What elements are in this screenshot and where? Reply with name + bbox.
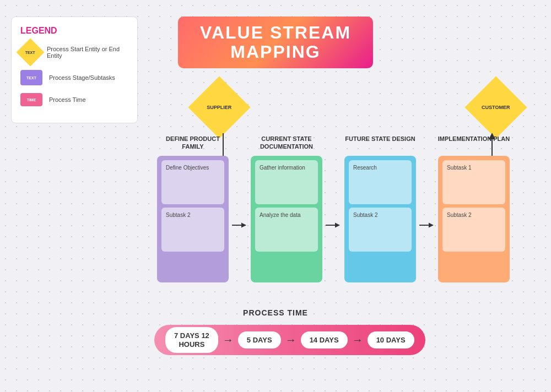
stage-wrapper-4: IMPLEMENTATION PLAN Subtask 1 Subtask 2 — [435, 135, 512, 282]
customer-label: CUSTOMER — [482, 105, 510, 110]
supplier-diamond: SUPPLIER — [188, 76, 250, 138]
stage-header-4: IMPLEMENTATION PLAN — [438, 135, 510, 151]
time-box-1: 7 DAYS 12 HOURS — [165, 327, 218, 353]
time-box-3: 14 DAYS — [301, 331, 348, 349]
canvas: LEGEND TEXT Process Start Entity or End … — [0, 0, 551, 392]
task-card-1-2: Subtask 2 — [161, 208, 224, 252]
arrow-3-4 — [419, 188, 435, 229]
stage-column-2: CURRENT STATE DOCUMENTATION Gather infor… — [248, 135, 325, 282]
task-card-2-2: Analyze the data — [255, 208, 318, 252]
title-text: VALUE STREAMMAPPING — [200, 23, 351, 62]
time-container: 7 DAYS 12 HOURS → 5 DAYS → 14 DAYS → 10 … — [154, 325, 425, 355]
legend-panel: LEGEND TEXT Process Start Entity or End … — [11, 17, 138, 123]
legend-diamond-shape: TEXT — [20, 42, 40, 62]
legend-diamond-text: TEXT — [25, 50, 35, 54]
time-box-4: 10 DAYS — [368, 331, 414, 349]
task-card-2-1: Gather information — [255, 160, 318, 204]
title-banner: VALUE STREAMMAPPING — [178, 17, 373, 68]
legend-item-entity: TEXT Process Start Entity or End Entity — [20, 42, 128, 62]
stage-box-3: Research Subtask 2 — [344, 156, 416, 282]
arrow-1-2 — [231, 188, 248, 229]
legend-rect-pink-label: TIME — [20, 93, 42, 106]
supplier-wrapper: SUPPLIER — [197, 85, 241, 129]
stage-wrapper-1: DEFINE PRODUCT FAMILY Define Objectives … — [154, 135, 248, 282]
time-box-2: 5 DAYS — [238, 331, 281, 349]
process-time-label: PROCESS TIME — [243, 308, 308, 317]
legend-item-time: TIME Process Time — [20, 93, 128, 106]
legend-rect-purple-label: TEXT — [20, 70, 42, 85]
time-arrow-3: → — [352, 334, 363, 346]
legend-rect-purple-shape: TEXT — [20, 70, 42, 85]
stage-header-3: FUTURE STATE DESIGN — [345, 135, 415, 151]
stage-header-2: CURRENT STATE DOCUMENTATION — [248, 135, 325, 151]
legend-entity-description: Process Start Entity or End Entity — [47, 46, 128, 59]
supplier-label: SUPPLIER — [207, 105, 231, 110]
stage-column-3: FUTURE STATE DESIGN Research Subtask 2 — [342, 135, 419, 282]
stage-header-1: DEFINE PRODUCT FAMILY — [154, 135, 231, 151]
stage-box-2: Gather information Analyze the data — [251, 156, 322, 282]
customer-diamond: CUSTOMER — [464, 76, 527, 138]
stage-wrapper-2: CURRENT STATE DOCUMENTATION Gather infor… — [248, 135, 342, 282]
task-card-3-1: Research — [349, 160, 412, 204]
legend-item-stage: TEXT Process Stage/Subtasks — [20, 70, 128, 85]
stage-wrapper-3: FUTURE STATE DESIGN Research Subtask 2 — [342, 135, 435, 282]
arrow-2-3 — [325, 188, 342, 229]
stage-column-1: DEFINE PRODUCT FAMILY Define Objectives … — [154, 135, 231, 282]
legend-time-description: Process Time — [49, 96, 86, 103]
task-card-4-2: Subtask 2 — [442, 208, 505, 252]
stages-container: DEFINE PRODUCT FAMILY Define Objectives … — [154, 135, 512, 282]
task-card-4-1: Subtask 1 — [442, 160, 505, 204]
stage-box-1: Define Objectives Subtask 2 — [157, 156, 229, 282]
time-arrow-1: → — [223, 334, 234, 346]
stage-column-4: IMPLEMENTATION PLAN Subtask 1 Subtask 2 — [435, 135, 512, 282]
task-card-1-1: Define Objectives — [161, 160, 224, 204]
legend-title: LEGEND — [20, 26, 128, 36]
task-card-3-2: Subtask 2 — [349, 208, 412, 252]
time-arrow-2: → — [285, 334, 296, 346]
legend-stage-description: Process Stage/Subtasks — [49, 74, 115, 81]
customer-wrapper: CUSTOMER — [474, 85, 518, 129]
stage-box-4: Subtask 1 Subtask 2 — [438, 156, 510, 282]
legend-rect-pink-shape: TIME — [20, 93, 42, 106]
